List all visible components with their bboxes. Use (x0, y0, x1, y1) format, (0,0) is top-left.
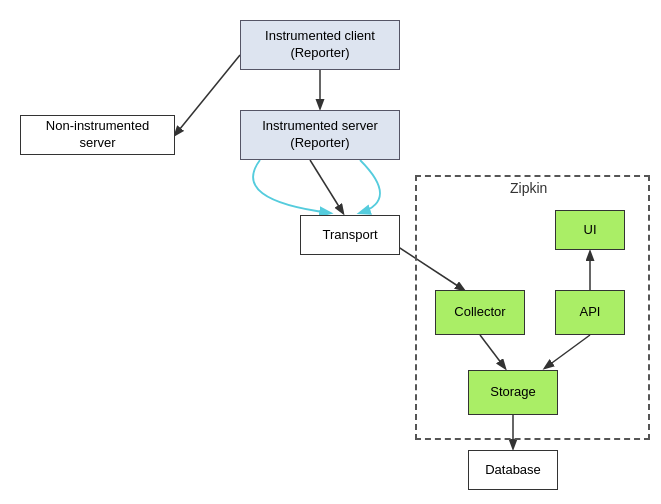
storage-label: Storage (490, 384, 536, 401)
ui-node: UI (555, 210, 625, 250)
ui-label: UI (584, 222, 597, 239)
transport-node: Transport (300, 215, 400, 255)
architecture-diagram: Zipkin Instrumented client (Reporter) No… (0, 0, 661, 504)
collector-label: Collector (454, 304, 505, 321)
storage-node: Storage (468, 370, 558, 415)
database-label: Database (485, 462, 541, 479)
database-node: Database (468, 450, 558, 490)
instrumented-client-node: Instrumented client (Reporter) (240, 20, 400, 70)
instrumented-client-label: Instrumented client (Reporter) (265, 28, 375, 62)
zipkin-label: Zipkin (510, 180, 547, 196)
non-instrumented-label: Non-instrumented server (29, 118, 166, 152)
instrumented-server-label: Instrumented server (Reporter) (262, 118, 378, 152)
instrumented-server-node: Instrumented server (Reporter) (240, 110, 400, 160)
api-label: API (580, 304, 601, 321)
transport-label: Transport (322, 227, 377, 244)
svg-line-0 (175, 55, 240, 135)
svg-line-2 (310, 160, 343, 213)
non-instrumented-node: Non-instrumented server (20, 115, 175, 155)
api-node: API (555, 290, 625, 335)
collector-node: Collector (435, 290, 525, 335)
